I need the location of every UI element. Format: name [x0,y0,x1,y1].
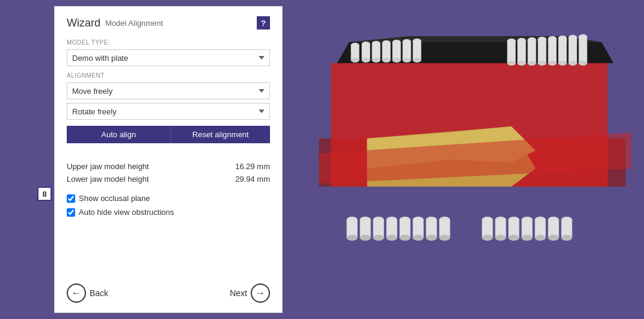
svg-point-7 [351,58,360,63]
wizard-title: Wizard [67,17,100,29]
model-type-dropdown[interactable]: Demo with plate Demo without plate Stand… [67,49,270,66]
show-occlusal-row[interactable]: Show occlusal plane [67,194,270,203]
next-button[interactable]: Next → [230,283,270,303]
next-label: Next [230,288,247,298]
main-container: 8 ➤ Wizard Model Alignment ? MODEL TYPE:… [0,0,644,319]
wizard-panel: Wizard Model Alignment ? MODEL TYPE: Dem… [54,6,283,313]
svg-point-64 [387,235,397,241]
navigation-row: ← Back Next → [67,277,270,303]
svg-point-91 [535,235,546,241]
svg-rect-27 [508,41,516,63]
svg-rect-45 [569,37,577,63]
svg-point-70 [413,235,424,241]
svg-point-61 [373,235,384,241]
lower-jaw-label: Lower jaw model height [67,175,149,184]
alignment-dropdown-2[interactable]: Rotate freely Fixed [67,103,270,120]
svg-point-16 [382,58,391,63]
alignment-label: ALIGNMENT [67,72,270,79]
upper-jaw-value: 16.29 mm [235,162,270,171]
back-label: Back [90,288,108,298]
svg-point-25 [413,58,422,63]
svg-rect-39 [548,39,557,63]
alignment-dropdown-1[interactable]: Move freely Fixed [67,82,270,99]
back-button[interactable]: ← Back [67,283,108,303]
svg-rect-9 [362,44,370,60]
svg-rect-30 [518,40,526,63]
model-type-label: MODEL TYPE: [67,39,270,46]
auto-hide-row[interactable]: Auto hide view obstructions [67,208,270,217]
svg-rect-21 [403,42,411,60]
viewport[interactable] [283,0,644,319]
svg-point-22 [403,58,411,63]
svg-point-10 [362,58,370,63]
measurements-section: Upper jaw model height 16.29 mm Lower ja… [67,160,270,185]
svg-point-40 [548,61,557,66]
svg-point-34 [528,61,536,66]
scene-svg [283,0,644,319]
svg-point-49 [579,61,587,66]
wizard-header: Wizard Model Alignment ? [67,16,270,29]
next-circle: → [251,283,270,303]
svg-point-79 [482,235,493,241]
svg-point-97 [562,235,572,241]
svg-point-94 [548,235,559,241]
svg-point-31 [518,61,526,66]
back-circle: ← [67,283,86,303]
svg-rect-18 [393,42,401,60]
svg-rect-24 [413,41,422,60]
upper-jaw-row: Upper jaw model height 16.29 mm [67,160,270,173]
svg-point-43 [559,61,567,66]
svg-point-28 [508,61,516,66]
show-occlusal-label: Show occlusal plane [79,194,150,203]
svg-rect-33 [528,40,536,63]
model-type-section: MODEL TYPE: Demo with plate Demo without… [67,39,270,66]
svg-rect-48 [579,37,587,63]
svg-point-67 [400,235,411,241]
step-number: 8 [37,187,52,201]
help-button[interactable]: ? [257,16,270,29]
svg-point-13 [372,58,381,63]
lower-jaw-row: Lower jaw model height 29.94 mm [67,173,270,185]
svg-point-19 [393,58,401,63]
svg-point-55 [347,235,358,241]
svg-rect-36 [538,39,547,63]
show-occlusal-checkbox[interactable] [67,194,75,203]
svg-point-82 [495,235,506,241]
wizard-subtitle: Model Alignment [105,19,163,28]
auto-hide-label: Auto hide view obstructions [79,208,174,217]
svg-point-46 [569,61,577,66]
upper-jaw-label: Upper jaw model height [67,162,149,171]
svg-point-76 [440,235,450,241]
svg-rect-42 [559,38,567,63]
svg-rect-12 [372,43,381,60]
auto-hide-checkbox[interactable] [67,208,75,217]
svg-point-85 [509,235,520,241]
alignment-section: ALIGNMENT Move freely Fixed Rotate freel… [67,72,270,153]
auto-align-button[interactable]: Auto align [67,126,171,143]
svg-rect-15 [382,43,391,60]
reset-alignment-button[interactable]: Reset alignment [171,126,271,143]
alignment-buttons: Auto align Reset alignment [67,126,270,143]
svg-point-58 [360,235,371,241]
alignment-dropdowns: Move freely Fixed Rotate freely Fixed [67,82,270,120]
svg-point-73 [426,235,437,241]
svg-point-37 [538,61,547,66]
svg-point-88 [522,235,533,241]
lower-jaw-value: 29.94 mm [235,175,270,184]
